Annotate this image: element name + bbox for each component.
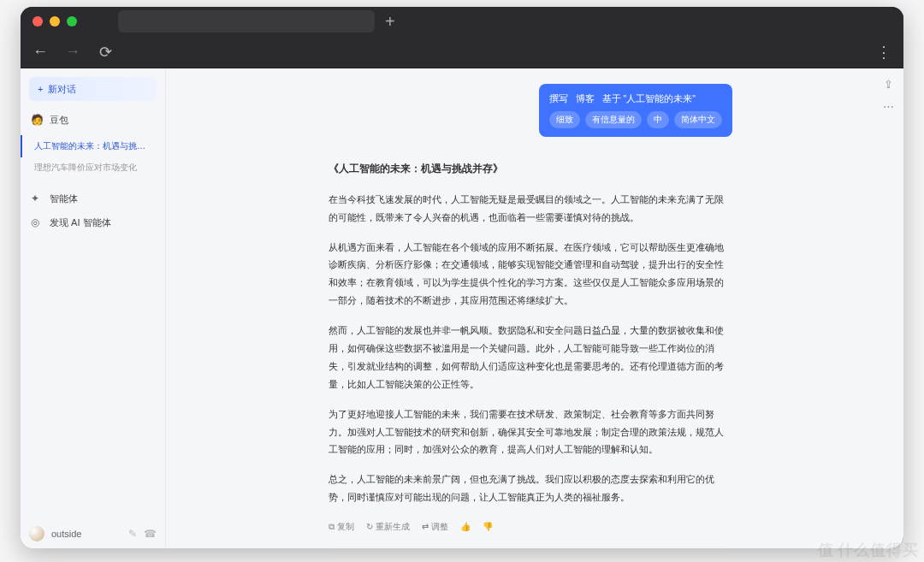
adjust-label: 调整: [431, 518, 448, 535]
sidebar-footer: outside ✎ ☎: [21, 519, 165, 548]
sidebar-item-discover[interactable]: ◎ 发现 AI 智能体: [21, 210, 165, 234]
watermark-text: 什么值得买: [838, 540, 919, 560]
article-paragraph: 为了更好地迎接人工智能的未来，我们需要在技术研发、政策制定、社会教育等多方面共同…: [329, 405, 732, 459]
prompt-tag: 有信息量的: [585, 111, 642, 128]
share-icon[interactable]: ⇪: [880, 75, 897, 92]
current-chat-label: 人工智能的未来：机遇与挑…: [34, 140, 145, 152]
prompt-word-2: 博客: [576, 93, 595, 104]
app-body: + 新对话 🧑 豆包 人工智能的未来：机遇与挑… 理想汽车降价应对市场变化 ✦ …: [21, 68, 903, 548]
content-scroll[interactable]: 撰写 博客 基于 "人工智能的未来" 细致 有信息量的 中 简体中文: [166, 68, 903, 548]
topright-tools: ⇪ ⋯: [880, 75, 897, 115]
regen-label: 重新生成: [376, 518, 410, 535]
user-avatar-icon[interactable]: [29, 526, 44, 541]
sidebar-item-agent[interactable]: ✦ 智能体: [21, 186, 165, 210]
prompt-line: 撰写 博客 基于 "人工智能的未来": [549, 91, 722, 108]
menu-icon[interactable]: ⋮: [874, 43, 893, 62]
thumbs-down-icon[interactable]: 👎: [483, 518, 493, 535]
article: 《人工智能的未来：机遇与挑战并存》 在当今科技飞速发展的时代，人工智能无疑是最受…: [329, 159, 732, 506]
back-icon[interactable]: ←: [31, 43, 50, 61]
navbar: ← → ⟳ ⋮: [21, 36, 903, 68]
article-paragraph: 然而，人工智能的发展也并非一帆风顺。数据隐私和安全问题日益凸显，大量的数据被收集…: [329, 322, 732, 393]
close-window-icon[interactable]: [33, 16, 43, 27]
regenerate-button[interactable]: ↻ 重新生成: [366, 518, 410, 535]
sparkle-icon: ✦: [31, 192, 43, 204]
user-prompt-card: 撰写 博客 基于 "人工智能的未来" 细致 有信息量的 中 简体中文: [539, 84, 732, 137]
browser-tab[interactable]: [118, 10, 375, 33]
history-label: 理想汽车降价应对市场变化: [34, 162, 137, 174]
tab-strip: +: [84, 10, 891, 33]
prompt-word-3: 基于 "人工智能的未来": [602, 93, 696, 104]
article-paragraph: 总之，人工智能的未来前景广阔，但也充满了挑战。我们应以积极的态度去探索和利用它的…: [329, 470, 732, 506]
browser-window: + ← → ⟳ ⋮ + 新对话 🧑 豆包 人工智能的未来：机遇与挑… 理想汽车降…: [21, 7, 903, 548]
more-icon[interactable]: ⋯: [880, 98, 897, 115]
assistant-avatar-icon: 🧑: [31, 114, 43, 126]
sidebar-item-history[interactable]: 理想汽车降价应对市场变化: [21, 157, 165, 178]
new-chat-label: 新对话: [48, 83, 76, 96]
new-tab-icon[interactable]: +: [385, 12, 395, 32]
thumbs-up-icon[interactable]: 👍: [460, 518, 471, 535]
maximize-window-icon[interactable]: [67, 16, 77, 27]
titlebar: +: [21, 7, 903, 36]
sidebar-item-current-chat[interactable]: 人工智能的未来：机遇与挑…: [21, 135, 165, 157]
window-controls: [33, 16, 77, 27]
compass-icon: ◎: [31, 216, 43, 228]
article-paragraph: 在当今科技飞速发展的时代，人工智能无疑是最受瞩目的领域之一。人工智能的未来充满了…: [329, 191, 732, 227]
discover-label: 发现 AI 智能体: [50, 216, 111, 229]
prompt-word-1: 撰写: [549, 93, 568, 104]
watermark: 值 什么值得买: [818, 540, 919, 560]
article-title: 《人工智能的未来：机遇与挑战并存》: [329, 159, 732, 179]
prompt-tag: 细致: [549, 111, 580, 128]
username-label: outside: [51, 529, 81, 539]
phone-icon[interactable]: ☎: [144, 528, 157, 540]
prompt-tag: 中: [647, 111, 669, 128]
prompt-tag: 简体中文: [674, 111, 722, 128]
copy-label: 复制: [337, 518, 354, 535]
article-paragraph: 从机遇方面来看，人工智能在各个领域的应用不断拓展。在医疗领域，它可以帮助医生更准…: [329, 239, 732, 311]
sidebar: + 新对话 🧑 豆包 人工智能的未来：机遇与挑… 理想汽车降价应对市场变化 ✦ …: [21, 68, 166, 548]
new-chat-button[interactable]: + 新对话: [29, 77, 157, 101]
feedback-card: 你觉得结果怎么样? 👍 喜欢 👎 不喜欢 ✕: [329, 547, 732, 548]
prompt-tags: 细致 有信息量的 中 简体中文: [549, 111, 722, 128]
sidebar-item-assistant[interactable]: 🧑 豆包: [21, 108, 165, 132]
message-actions: ⧉ 复制 ↻ 重新生成 ⇄ 调整 👍 👎: [329, 518, 732, 535]
agent-label: 智能体: [50, 192, 78, 205]
assistant-label: 豆包: [50, 114, 68, 127]
plus-icon: +: [38, 84, 43, 94]
adjust-button[interactable]: ⇄ 调整: [422, 518, 448, 535]
reload-icon[interactable]: ⟳: [96, 43, 115, 62]
minimize-window-icon[interactable]: [50, 16, 60, 27]
copy-button[interactable]: ⧉ 复制: [329, 518, 354, 535]
main-pane: ⇪ ⋯ 撰写 博客 基于 "人工智能的未来" 细致 有信息量的 中: [166, 68, 903, 548]
edit-icon[interactable]: ✎: [128, 528, 137, 540]
forward-icon[interactable]: →: [63, 43, 82, 61]
